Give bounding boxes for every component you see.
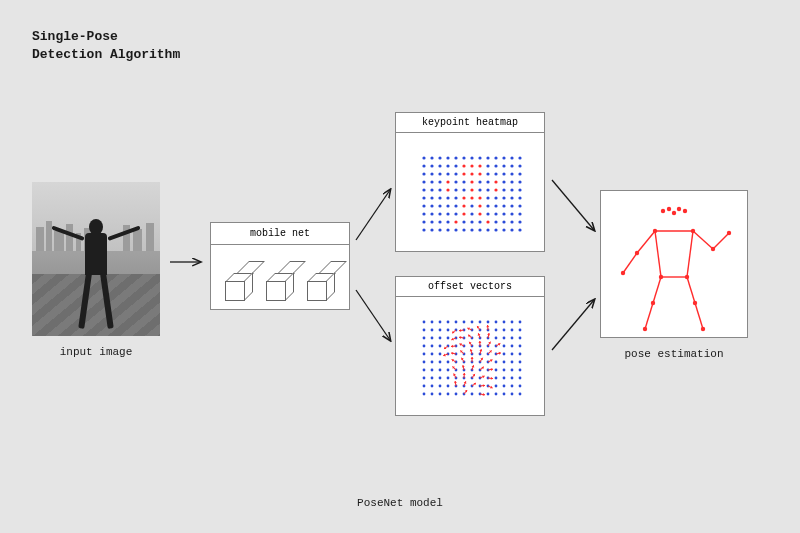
svg-line-385: [552, 300, 594, 350]
flow-arrows: [0, 0, 800, 533]
svg-line-383: [356, 290, 390, 340]
svg-line-382: [356, 190, 390, 240]
svg-line-384: [552, 180, 594, 230]
